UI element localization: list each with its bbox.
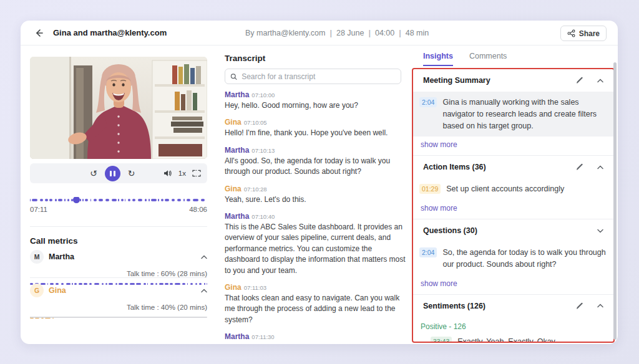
transcript-speaker: Gina07:10:28 xyxy=(225,184,406,193)
transcript-speaker: Martha07:10:13 xyxy=(225,146,406,155)
waveform-segment xyxy=(201,199,205,201)
chevron-up-icon[interactable] xyxy=(201,289,207,293)
edit-pencil-icon[interactable] xyxy=(576,302,583,310)
waveform-segment xyxy=(165,199,169,201)
insights-panel: Meeting Summary2:04Gina is manually work… xyxy=(412,68,615,343)
share-button[interactable]: Share xyxy=(560,26,607,41)
insight-section: Sentiments (126)Positive - 12633:43Exact… xyxy=(413,295,613,343)
avatar: G xyxy=(30,284,44,297)
call-metrics-title: Call metrics xyxy=(30,236,78,246)
meta-part: By martha@klenty.com xyxy=(245,29,325,37)
volume-icon[interactable] xyxy=(163,170,172,177)
speaker-header: GGina xyxy=(30,284,207,297)
insight-section-header: Action Items (36) xyxy=(413,156,613,178)
tab-comments[interactable]: Comments xyxy=(469,52,507,66)
meta-separator: | xyxy=(399,29,401,37)
timestamp-badge[interactable]: 33:43 xyxy=(431,337,452,343)
insights-scrollbar[interactable] xyxy=(613,62,617,340)
pause-button[interactable] xyxy=(105,166,120,181)
time-row: 07:11 48:06 xyxy=(30,206,207,213)
insight-section-header: Questions (30) xyxy=(413,219,613,242)
timestamp-badge[interactable]: 2:04 xyxy=(419,247,437,257)
timestamp-badge[interactable]: 01:29 xyxy=(419,184,441,194)
timestamp-badge[interactable]: 2:04 xyxy=(419,97,437,107)
transcript-entry[interactable]: Gina07:11:03That looks clean and easy to… xyxy=(225,283,406,325)
seek-waveform[interactable] xyxy=(30,197,207,203)
speaker-metric-card: MMarthaTalk time : 60% (28 mins) xyxy=(30,250,207,286)
show-more-link[interactable]: show more xyxy=(413,200,613,219)
waveform-track xyxy=(30,317,207,318)
header: Gina and martha@klenty.com By martha@kle… xyxy=(21,21,618,46)
forward-icon[interactable]: ↻ xyxy=(128,169,135,178)
waveform-segment xyxy=(49,199,52,201)
transcript-entry[interactable]: Martha07:10:00Hey, hello. Good morning, … xyxy=(225,90,406,111)
waveform-segment xyxy=(161,199,163,201)
call-title: Gina and martha@klenty.com xyxy=(53,28,167,37)
playback-speed[interactable]: 1x xyxy=(178,170,186,177)
video-player[interactable] xyxy=(30,57,207,159)
transcript-speaker: Martha07:10:00 xyxy=(225,90,406,99)
insight-item-text: Exactly. Yeah. Exactly. Okay. xyxy=(457,336,557,343)
waveform-segment xyxy=(183,199,185,201)
transcript-search-input[interactable] xyxy=(241,72,396,81)
rewind-icon[interactable]: ↺ xyxy=(90,169,97,178)
transcript-text: That looks clean and easy to navigate. C… xyxy=(225,293,406,325)
player-controls: ↺ ↻ 1x xyxy=(30,163,207,183)
transcript-speaker: Gina07:11:03 xyxy=(225,283,406,292)
transcript-entry[interactable]: Martha07:10:40This is the ABC Sales Suit… xyxy=(225,212,406,276)
right-panel-tabs: InsightsComments xyxy=(423,52,507,66)
insight-item-text: So, the agenda for today is to walk you … xyxy=(442,247,607,271)
transcript-title: Transcript xyxy=(225,54,265,63)
transcript-search[interactable] xyxy=(225,69,401,84)
waveform-segment xyxy=(187,199,190,201)
speaker-metric-card: GGinaTalk time : 40% (20 mins) xyxy=(30,284,207,320)
waveform-segment xyxy=(82,199,84,201)
waveform-segment xyxy=(32,199,37,201)
transcript-text: Yeah, sure. Let's do this. xyxy=(225,194,406,205)
waveform-segment xyxy=(85,199,88,201)
divider xyxy=(30,226,207,227)
playhead-dot[interactable] xyxy=(73,197,80,203)
speaker-name: Martha xyxy=(49,252,74,261)
speaker-header: MMartha xyxy=(30,250,207,264)
transcript-timestamp: 07:10:28 xyxy=(244,186,267,193)
insight-section-content: 2:04So, the agenda for today is to walk … xyxy=(413,242,613,275)
transcript-entry[interactable]: Martha07:11:30Absolutely! To add a new l… xyxy=(225,332,406,344)
tab-insights[interactable]: Insights xyxy=(423,52,453,66)
chevron-up-icon[interactable] xyxy=(597,165,603,170)
transcript-entry[interactable]: Gina07:10:28Yeah, sure. Let's do this. xyxy=(225,184,406,205)
transcript-entry[interactable]: Martha07:10:13All's good. So, the agenda… xyxy=(225,146,406,178)
waveform-segment xyxy=(145,199,147,201)
transcript-speaker: Gina07:10:05 xyxy=(225,118,406,127)
chevron-up-icon[interactable] xyxy=(201,255,207,259)
transcript-timestamp: 07:11:03 xyxy=(244,284,266,291)
chevron-up-icon[interactable] xyxy=(597,304,603,308)
back-button[interactable] xyxy=(32,26,46,40)
edit-pencil-icon[interactable] xyxy=(576,77,583,84)
arrow-left-icon xyxy=(34,28,44,38)
waveform-segment xyxy=(149,199,150,201)
fullscreen-icon[interactable] xyxy=(192,170,201,177)
insight-section: Questions (30)2:04So, the agenda for tod… xyxy=(413,219,613,295)
sentiment-category-label: Positive - 126 xyxy=(413,317,613,331)
transcript-speaker: Martha07:11:30 xyxy=(225,332,406,341)
transcript-timestamp: 07:10:05 xyxy=(244,119,267,126)
insight-item: 01:29Set up client accounts accordingly xyxy=(419,183,607,195)
transcript-timestamp: 07:11:30 xyxy=(251,333,274,340)
insight-section-content: 01:29Set up client accounts accordingly xyxy=(413,178,613,200)
chevron-down-icon[interactable] xyxy=(597,229,603,233)
waveform-segment xyxy=(125,199,125,201)
show-more-link[interactable]: show more xyxy=(413,275,613,294)
transcript-timestamp: 07:10:40 xyxy=(251,213,275,220)
edit-pencil-icon[interactable] xyxy=(576,163,583,171)
insight-item: 2:04Gina is manually working with the sa… xyxy=(419,97,607,132)
waveform-segment xyxy=(64,199,66,201)
total-time: 48:06 xyxy=(189,206,207,213)
transcript-entry[interactable]: Gina07:10:05Hello! I'm fine, thank you. … xyxy=(225,118,406,138)
waveform-segment xyxy=(58,199,62,201)
show-more-link[interactable]: show more xyxy=(413,136,613,155)
waveform-segment xyxy=(99,199,103,201)
insight-section: Action Items (36)01:29Set up client acco… xyxy=(413,156,613,219)
insight-section-title: Questions (30) xyxy=(423,226,477,235)
chevron-up-icon[interactable] xyxy=(597,79,603,83)
